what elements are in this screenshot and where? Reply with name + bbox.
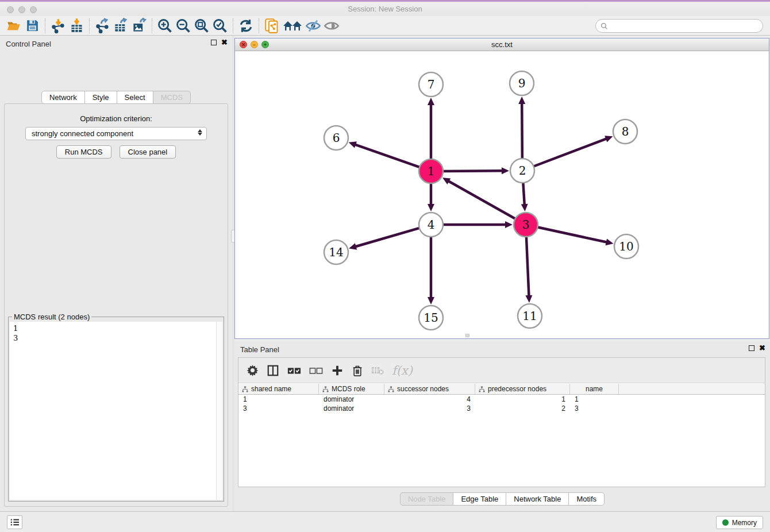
- toolbar-separator: [259, 18, 259, 33]
- zoom-selected-button[interactable]: [211, 17, 229, 34]
- run-mcds-button[interactable]: Run MCDS: [56, 145, 111, 159]
- column-header-mcds-role[interactable]: MCDS role: [319, 384, 384, 394]
- tab-node-table[interactable]: Node Table: [400, 492, 454, 506]
- import-table-button[interactable]: [67, 17, 86, 34]
- network-graph[interactable]: 7968124314101511: [235, 51, 769, 339]
- edge-arrowhead: [349, 141, 357, 148]
- toolbar-search[interactable]: [595, 19, 763, 33]
- show-all-button[interactable]: [322, 17, 341, 34]
- close-table-panel-icon[interactable]: ✖: [759, 345, 765, 351]
- delete-table-button[interactable]: [371, 365, 384, 376]
- memory-button[interactable]: Memory: [716, 516, 763, 529]
- mcds-result-list[interactable]: 13: [10, 322, 222, 500]
- graph-edge-2-8[interactable]: [533, 138, 607, 167]
- table-panel-title: Table Panel: [240, 345, 279, 354]
- table-row[interactable]: 1dominator411: [238, 395, 765, 404]
- table-settings-button[interactable]: [247, 364, 259, 376]
- column-header-shared-name[interactable]: shared name: [238, 384, 319, 394]
- criterion-dropdown-value: strongly connected component: [32, 129, 133, 138]
- tab-network-table[interactable]: Network Table: [506, 492, 569, 506]
- table-cell[interactable]: 1: [238, 395, 319, 403]
- mcds-result-title: MCDS result (2 nodes): [12, 313, 91, 321]
- open-folder-icon: [6, 18, 21, 33]
- first-neighbors-button[interactable]: [281, 17, 304, 34]
- export-table-button[interactable]: [111, 17, 130, 34]
- mcds-result-item[interactable]: 1: [13, 323, 219, 333]
- graph-edge-1-6[interactable]: [355, 144, 421, 167]
- control-panel-title: Control Panel: [6, 40, 51, 48]
- table-cell[interactable]: 1: [570, 395, 619, 403]
- criterion-dropdown[interactable]: strongly connected component: [25, 127, 207, 140]
- toolbar-separator: [89, 18, 90, 33]
- delete-row-button[interactable]: [352, 364, 363, 377]
- float-panel-icon[interactable]: [211, 40, 217, 45]
- save-session-button[interactable]: [23, 17, 41, 34]
- clone-network-button[interactable]: [263, 17, 281, 34]
- table-cell[interactable]: 3: [570, 404, 619, 413]
- add-row-button[interactable]: [331, 364, 344, 377]
- search-icon: [600, 22, 608, 30]
- tab-edge-table[interactable]: Edge Table: [453, 492, 506, 506]
- result-scrollbar[interactable]: [216, 322, 222, 500]
- close-panel-button[interactable]: Close panel: [120, 145, 176, 159]
- clone-network-icon: [264, 18, 280, 33]
- table-cell[interactable]: 1: [475, 395, 570, 403]
- float-table-panel-icon[interactable]: [749, 345, 754, 351]
- graph-edge-3-11[interactable]: [526, 236, 529, 296]
- graph-edge-2-3[interactable]: [523, 182, 525, 205]
- function-builder-button[interactable]: f(x): [392, 364, 413, 377]
- graph-node-label: 7: [428, 78, 435, 91]
- table-cell[interactable]: 3: [384, 404, 475, 413]
- table-cell[interactable]: 3: [238, 404, 319, 413]
- graph-edge-1-2[interactable]: [442, 171, 503, 171]
- import-network-button[interactable]: [49, 17, 67, 34]
- close-panel-icon[interactable]: ✖: [221, 40, 228, 45]
- network-canvas[interactable]: 7968124314101511: [235, 51, 769, 338]
- zoom-out-button[interactable]: [174, 17, 192, 34]
- column-header-predecessor-nodes[interactable]: predecessor nodes: [475, 384, 570, 394]
- search-input[interactable]: [611, 22, 754, 30]
- column-header-name[interactable]: name: [570, 384, 619, 394]
- graph-node-label: 9: [518, 76, 526, 90]
- zoom-in-button[interactable]: [156, 17, 174, 34]
- graph-edge-4-14[interactable]: [355, 228, 421, 246]
- table-cell[interactable]: 4: [384, 395, 475, 403]
- zoom-out-icon: [175, 18, 191, 34]
- show-column-button[interactable]: [267, 364, 279, 377]
- column-header-successor-nodes[interactable]: successor nodes: [384, 384, 475, 394]
- network-window-titlebar[interactable]: ✕ − + scc.txt: [235, 38, 769, 51]
- graph-edge-2-9[interactable]: [522, 103, 522, 160]
- open-session-button[interactable]: [5, 17, 23, 34]
- table-cell[interactable]: dominator: [319, 395, 384, 403]
- unselect-all-button[interactable]: [309, 366, 323, 375]
- toolbar-separator: [152, 18, 152, 33]
- hide-selected-button[interactable]: [304, 17, 322, 34]
- graph-edge-3-10[interactable]: [537, 227, 607, 242]
- edge-arrowhead: [428, 297, 434, 304]
- task-history-button[interactable]: [7, 515, 22, 529]
- graph-edge-3-1[interactable]: [448, 181, 517, 219]
- graph-node-label: 11: [522, 309, 537, 323]
- export-image-button[interactable]: [130, 17, 148, 34]
- table-row[interactable]: 3dominator323: [238, 404, 765, 413]
- tab-motifs[interactable]: Motifs: [569, 492, 605, 506]
- edge-arrowhead: [518, 97, 525, 104]
- table-cell[interactable]: 2: [475, 404, 570, 413]
- zoom-selected-icon: [212, 18, 228, 34]
- tab-network[interactable]: Network: [41, 91, 85, 104]
- edge-arrowhead: [525, 295, 532, 303]
- select-all-button[interactable]: [287, 366, 301, 375]
- mcds-result-item[interactable]: 3: [13, 333, 219, 343]
- table-cell[interactable]: dominator: [319, 404, 384, 413]
- refresh-button[interactable]: [237, 17, 255, 34]
- zoom-fit-button[interactable]: [192, 17, 211, 34]
- control-panel: Control Panel ✖ NetworkStyleSelectMCDS O…: [0, 36, 232, 511]
- tab-mcds[interactable]: MCDS: [153, 91, 191, 104]
- export-network-button[interactable]: [93, 17, 111, 34]
- node-table[interactable]: shared nameMCDS rolesuccessor nodesprede…: [238, 384, 765, 487]
- canvas-grip[interactable]: [465, 334, 469, 337]
- tab-select[interactable]: Select: [117, 91, 153, 104]
- graph-node-label: 8: [622, 125, 629, 138]
- tab-style[interactable]: Style: [85, 91, 117, 104]
- graph-node-label: 14: [329, 245, 343, 259]
